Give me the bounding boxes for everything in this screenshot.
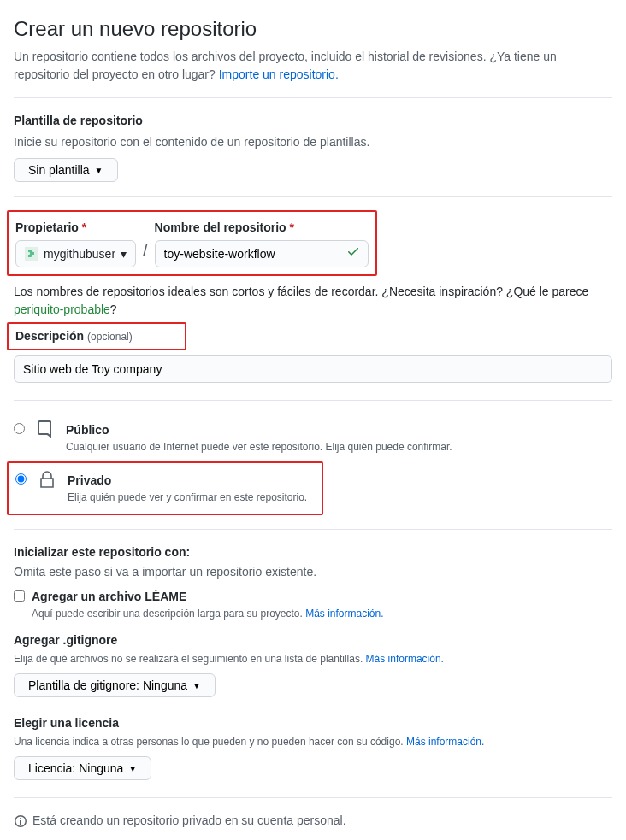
visibility-private-row: Privado Elija quién puede ver y confirma… bbox=[15, 465, 315, 512]
owner-select[interactable]: mygithubuser▾ bbox=[15, 240, 136, 267]
description-label-text: Descripción bbox=[15, 329, 84, 343]
divider bbox=[14, 400, 612, 401]
public-desc: Cualquier usuario de Internet puede ver … bbox=[66, 439, 452, 455]
visibility-public-row: Público Cualquier usuario de Internet pu… bbox=[14, 414, 612, 461]
footer-info-row: Está creando un repositorio privado en s… bbox=[14, 812, 612, 830]
caret-down-icon: ▼ bbox=[95, 166, 103, 175]
private-title: Privado bbox=[68, 472, 307, 490]
caret-down-icon: ▾ bbox=[121, 245, 127, 263]
divider bbox=[14, 196, 612, 197]
required-star: * bbox=[82, 220, 86, 234]
slash-separator: / bbox=[143, 238, 148, 267]
readme-desc-text: Aquí puede escribir una descripción larg… bbox=[32, 608, 305, 620]
gitignore-select-label: Plantilla de gitignore: Ninguna bbox=[28, 678, 187, 692]
template-select-label: Sin plantilla bbox=[28, 163, 90, 177]
description-label: Descripción (opcional) bbox=[15, 329, 133, 343]
template-select[interactable]: Sin plantilla ▼ bbox=[14, 158, 118, 182]
owner-selected-text: mygithubuser bbox=[44, 245, 115, 263]
repo-name-input[interactable] bbox=[155, 240, 369, 267]
check-icon bbox=[346, 244, 360, 263]
page-subtitle: Un repositorio contiene todos los archiv… bbox=[14, 48, 612, 84]
license-label: Elegir una licencia bbox=[14, 714, 612, 732]
lock-icon bbox=[37, 470, 57, 496]
name-hint-suffix: ? bbox=[110, 303, 117, 316]
initialize-skip-hint: Omita este paso si va a importar un repo… bbox=[14, 563, 612, 581]
gitignore-more-link[interactable]: Más información. bbox=[366, 653, 444, 665]
readme-desc: Aquí puede escribir una descripción larg… bbox=[32, 606, 384, 621]
initialize-heading: Inicializar este repositorio con: bbox=[14, 543, 612, 561]
owner-label-text: Propietario bbox=[15, 220, 79, 234]
public-radio[interactable] bbox=[14, 423, 25, 434]
required-star: * bbox=[290, 220, 294, 234]
name-hint-prefix: Los nombres de repositorios ideales son … bbox=[14, 285, 588, 298]
readme-checkbox[interactable] bbox=[14, 590, 25, 602]
repo-name-label: Nombre del repositorio * bbox=[155, 219, 369, 237]
gitignore-label: Agregar .gitignore bbox=[14, 631, 612, 649]
description-input[interactable] bbox=[14, 355, 612, 383]
private-highlight: Privado Elija quién puede ver y confirma… bbox=[7, 461, 323, 515]
gitignore-help-text: Elija de qué archivos no se realizará el… bbox=[14, 653, 366, 665]
readme-title: Agregar un archivo LÉAME bbox=[32, 588, 384, 606]
divider bbox=[14, 797, 612, 798]
caret-down-icon: ▼ bbox=[192, 681, 201, 690]
repo-name-suggestion[interactable]: periquito-probable bbox=[14, 303, 110, 316]
footer-info-text: Está creando un repositorio privado en s… bbox=[32, 812, 346, 830]
readme-more-link[interactable]: Más información. bbox=[305, 608, 383, 620]
page-title: Crear un nuevo repositorio bbox=[14, 14, 612, 44]
caret-down-icon: ▼ bbox=[128, 764, 137, 773]
license-select[interactable]: Licencia: Ninguna ▼ bbox=[14, 756, 151, 780]
license-select-label: Licencia: Ninguna bbox=[28, 761, 123, 775]
description-optional: (opcional) bbox=[87, 331, 133, 343]
template-help: Inicie su repositorio con el contenido d… bbox=[14, 133, 612, 151]
repo-public-icon bbox=[35, 420, 56, 445]
license-more-link[interactable]: Más información. bbox=[406, 736, 484, 748]
owner-repo-highlight: Propietario * mygithubuser▾ / Nombre del… bbox=[7, 210, 377, 276]
private-radio[interactable] bbox=[15, 473, 27, 485]
license-help-text: Una licencia indica a otras personas lo … bbox=[14, 736, 406, 748]
puzzle-avatar-icon bbox=[25, 247, 38, 261]
info-icon bbox=[14, 814, 27, 828]
template-label: Plantilla de repositorio bbox=[14, 112, 612, 130]
license-help: Una licencia indica a otras personas lo … bbox=[14, 734, 612, 749]
repo-name-label-text: Nombre del repositorio bbox=[155, 220, 286, 234]
gitignore-help: Elija de qué archivos no se realizará el… bbox=[14, 651, 612, 667]
owner-label: Propietario * bbox=[15, 219, 136, 237]
repo-name-hint: Los nombres de repositorios ideales son … bbox=[14, 283, 612, 319]
import-repo-link[interactable]: Importe un repositorio. bbox=[219, 68, 339, 81]
description-highlight: Descripción (opcional) bbox=[7, 322, 186, 350]
public-title: Público bbox=[66, 421, 452, 439]
divider bbox=[14, 97, 612, 98]
divider bbox=[14, 529, 612, 530]
private-desc: Elija quién puede ver y confirmar en est… bbox=[68, 490, 307, 505]
gitignore-select[interactable]: Plantilla de gitignore: Ninguna ▼ bbox=[14, 673, 216, 697]
